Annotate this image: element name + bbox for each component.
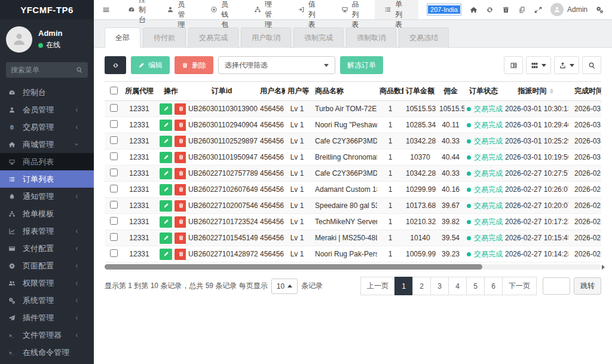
row-delete-button[interactable] xyxy=(175,233,186,244)
nav-item-agents[interactable]: 代理管理 xyxy=(244,0,288,19)
jump-page-input[interactable] xyxy=(543,277,570,295)
tab-强制取消[interactable]: 强制取消 xyxy=(346,27,396,48)
sidebar-item-system[interactable]: 系统管理 xyxy=(0,292,94,309)
row-actions-cell xyxy=(156,198,186,214)
nav-item-members[interactable]: 会员管理 xyxy=(157,0,201,19)
row-edit-button[interactable] xyxy=(160,249,172,260)
page-button-5[interactable]: 5 xyxy=(466,277,485,295)
delete-button[interactable]: 删除 xyxy=(175,56,213,74)
row-checkbox[interactable] xyxy=(110,104,118,112)
sidebar-item-members[interactable]: 会员管理 xyxy=(0,101,94,118)
refresh-button[interactable] xyxy=(105,56,126,74)
tab-强制完成[interactable]: 强制完成 xyxy=(293,27,344,48)
menu-search-input[interactable] xyxy=(11,66,72,74)
detail-view-button[interactable] xyxy=(504,56,523,74)
row-checkbox[interactable] xyxy=(110,120,118,128)
sidebar-item-order-list[interactable]: 订单列表 xyxy=(0,170,94,188)
row-edit-button[interactable] xyxy=(160,103,172,115)
sidebar-item-goods-list[interactable]: 商品列表 xyxy=(0,153,94,170)
row-edit-button[interactable] xyxy=(160,120,172,131)
sidebar-item-file-manager[interactable]: >_文件管理器 xyxy=(0,326,94,344)
nav-item-wallets[interactable]: 会员钱包 xyxy=(201,0,244,19)
nav-item-recharge-list[interactable]: 充值列表 xyxy=(288,0,332,19)
next-page-button[interactable]: 下一页 xyxy=(502,277,537,295)
page-button-4[interactable]: 4 xyxy=(448,277,467,295)
row-checkbox[interactable] xyxy=(110,185,118,192)
copy-icon[interactable] xyxy=(518,6,526,14)
row-delete-button[interactable] xyxy=(175,168,186,179)
sidebar-item-dashboard[interactable]: 控制台 xyxy=(0,84,94,101)
page-size-select[interactable]: 10 xyxy=(271,279,298,294)
sidebar-item-notify[interactable]: 通知管理 xyxy=(0,188,94,205)
page-button-1[interactable]: 1 xyxy=(394,277,413,295)
row-delete-button[interactable] xyxy=(175,103,186,115)
row-delete-button[interactable] xyxy=(175,184,186,195)
row-actions-cell xyxy=(156,101,186,117)
jump-button[interactable]: 跳转 xyxy=(574,277,601,295)
expand-icon[interactable] xyxy=(534,6,542,14)
sidebar-item-grab-template[interactable]: 抢单模板 xyxy=(0,205,94,222)
refresh-icon[interactable] xyxy=(486,6,494,14)
row-edit-button[interactable] xyxy=(160,168,172,179)
sidebar-item-payment-config[interactable]: 支付配置 xyxy=(0,240,94,257)
row-checkbox[interactable] xyxy=(110,152,118,160)
row-delete-button[interactable] xyxy=(175,152,186,163)
row-delete-button[interactable] xyxy=(175,136,186,147)
sidebar-item-trades[interactable]: B交易管理 xyxy=(0,118,94,136)
row-checkbox[interactable] xyxy=(110,233,118,241)
sitemap-icon xyxy=(8,210,19,218)
sidebar-item-online-command[interactable]: >_在线命令管理 xyxy=(0,344,94,361)
search-button[interactable] xyxy=(582,56,601,74)
row-edit-button[interactable] xyxy=(160,152,172,163)
tab-待付款[interactable]: 待付款 xyxy=(143,27,186,48)
page-button-6[interactable]: 6 xyxy=(484,277,503,295)
scrollbar-thumb[interactable] xyxy=(105,264,482,270)
sidebar-item-plugins[interactable]: 插件管理 xyxy=(0,309,94,326)
sidebar-item-reports[interactable]: 报表管理 xyxy=(0,222,94,240)
tab-用户取消[interactable]: 用户取消 xyxy=(241,27,291,48)
sidebar-item-permissions[interactable]: 权限管理 xyxy=(0,274,94,292)
row-edit-button[interactable] xyxy=(160,233,172,244)
row-delete-button[interactable] xyxy=(175,249,186,260)
settings-gears-icon[interactable] xyxy=(596,6,604,14)
row-delete-button[interactable] xyxy=(175,216,186,228)
nav-item-order-list[interactable]: 订单列表 xyxy=(375,0,418,19)
horizontal-scrollbar[interactable] xyxy=(105,264,601,270)
sidebar-item-page-config[interactable]: 页面配置 xyxy=(0,257,94,274)
menu-search-box[interactable] xyxy=(6,62,88,78)
tab-交易冻结[interactable]: 交易冻结 xyxy=(399,27,449,48)
row-delete-button[interactable] xyxy=(175,200,186,212)
export-button[interactable] xyxy=(554,56,579,74)
sidebar-item-mall[interactable]: 商城管理 xyxy=(0,136,94,153)
row-edit-button[interactable] xyxy=(160,216,172,228)
unfreeze-order-button[interactable]: 解冻订单 xyxy=(340,56,383,74)
row-checkbox[interactable] xyxy=(110,201,118,209)
page-button-2[interactable]: 2 xyxy=(412,277,431,295)
row-checkbox[interactable] xyxy=(110,169,118,176)
row-checkbox[interactable] xyxy=(110,136,118,144)
columns-button[interactable] xyxy=(526,56,551,74)
nav-item-dashboard[interactable]: 控制台 xyxy=(118,0,157,19)
nav-item-goods-list[interactable]: 商品列表 xyxy=(332,0,375,19)
page-button-3[interactable]: 3 xyxy=(430,277,449,295)
row-edit-button[interactable] xyxy=(160,200,172,212)
prev-page-button[interactable]: 上一页 xyxy=(360,277,395,295)
sidebar-toggle-button[interactable] xyxy=(94,0,118,19)
trash-icon[interactable] xyxy=(502,6,510,14)
agent-filter-select[interactable]: 选择代理筛选 xyxy=(218,56,335,74)
sort-icon[interactable] xyxy=(550,88,553,94)
row-checkbox[interactable] xyxy=(110,249,118,257)
home-icon[interactable] xyxy=(470,6,478,14)
column-header-assigned_at[interactable]: 指派时间 xyxy=(503,82,568,101)
row-edit-button[interactable] xyxy=(160,136,172,147)
row-delete-button[interactable] xyxy=(175,120,186,131)
tab-交易完成[interactable]: 交易完成 xyxy=(188,27,238,48)
select-all-checkbox[interactable] xyxy=(110,87,118,94)
table-row: 12331UB2603011030139000456456Lv 1Turbo A… xyxy=(105,101,601,117)
tab-全部[interactable]: 全部 xyxy=(105,27,140,48)
quick-nav-input[interactable]: 207-India xyxy=(427,4,461,16)
row-checkbox[interactable] xyxy=(110,217,118,225)
user-menu[interactable]: Admin xyxy=(550,3,587,16)
edit-button[interactable]: 编辑 xyxy=(131,56,170,74)
row-edit-button[interactable] xyxy=(160,184,172,195)
